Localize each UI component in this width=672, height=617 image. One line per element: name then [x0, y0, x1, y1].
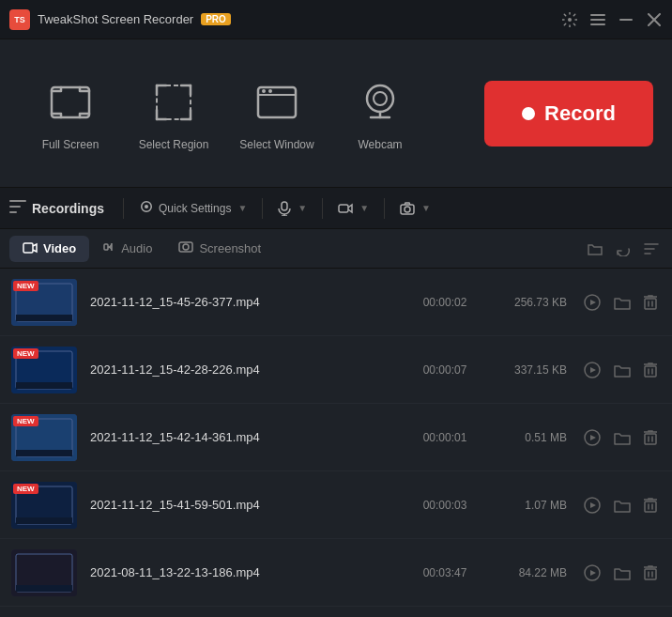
camera-button[interactable]: ▼: [392, 198, 438, 219]
new-badge: NEW: [13, 348, 38, 359]
file-actions: [580, 493, 661, 517]
play-button[interactable]: [580, 425, 604, 450]
svg-rect-74: [645, 501, 656, 512]
file-row[interactable]: NEW2021-11-12_15-45-26-377.mp400:00:0225…: [0, 269, 672, 336]
open-folder-button[interactable]: [610, 562, 634, 584]
file-duration: 00:00:03: [407, 499, 482, 512]
tool-full-screen[interactable]: Full Screen: [19, 63, 122, 164]
select-window-icon: [251, 76, 303, 129]
svg-rect-65: [645, 434, 656, 444]
delete-button[interactable]: [640, 291, 661, 314]
open-folder-button[interactable]: [610, 426, 634, 449]
open-folder-icon[interactable]: [584, 239, 606, 259]
file-row[interactable]: NEW2021-11-12_15-42-14-361.mp400:00:010.…: [0, 404, 672, 471]
file-row[interactable]: NEW2021-11-12_15-42-28-226.mp400:00:0733…: [0, 336, 672, 404]
open-folder-button[interactable]: [610, 291, 634, 314]
app-logo: TS: [9, 9, 30, 30]
camera-chevron: ▼: [421, 203, 431, 213]
file-size: 84.22 MB: [482, 566, 567, 579]
tool-select-window[interactable]: Select Window: [225, 63, 328, 164]
svg-point-19: [262, 89, 266, 93]
mic-button[interactable]: ▼: [270, 197, 314, 220]
tool-webcam[interactable]: Webcam: [328, 63, 432, 164]
file-thumbnail: [11, 549, 77, 596]
play-button[interactable]: [580, 493, 604, 517]
svg-marker-73: [590, 502, 596, 508]
full-screen-icon: [44, 76, 97, 129]
svg-point-34: [405, 207, 410, 212]
tab-video-label: Video: [43, 241, 76, 255]
new-badge: NEW: [13, 416, 38, 426]
menu-icon[interactable]: [589, 11, 606, 28]
svg-rect-29: [282, 202, 287, 210]
svg-marker-46: [590, 300, 596, 305]
refresh-icon[interactable]: [612, 238, 634, 260]
recordings-bar: Recordings Quick Settings ▼ ▼ ▼ ▼: [0, 188, 672, 229]
settings-icon[interactable]: [561, 11, 578, 28]
tabs-bar: Video Audio Screenshot: [0, 229, 672, 269]
file-size: 1.07 MB: [482, 499, 567, 512]
open-folder-button[interactable]: [610, 494, 634, 517]
open-folder-button[interactable]: [610, 359, 634, 381]
record-label: Record: [544, 101, 616, 126]
file-row[interactable]: 2021-08-11_13-14-51-192.mp400:00:156.01 …: [0, 607, 672, 617]
play-button[interactable]: [580, 561, 604, 585]
file-duration: 00:03:47: [407, 566, 482, 579]
delete-button[interactable]: [640, 494, 661, 517]
tab-audio[interactable]: Audio: [89, 235, 165, 262]
file-size: 337.15 KB: [482, 363, 567, 377]
sort-icon[interactable]: [640, 239, 663, 259]
delete-button[interactable]: [640, 426, 661, 449]
svg-rect-62: [16, 450, 72, 456]
record-button[interactable]: Record: [484, 81, 653, 147]
svg-rect-80: [16, 585, 72, 592]
delete-button[interactable]: [640, 359, 661, 381]
delete-button[interactable]: [640, 562, 661, 584]
svg-marker-64: [590, 435, 596, 440]
file-actions: [580, 290, 661, 315]
svg-rect-27: [9, 211, 17, 213]
quick-settings-label: Quick Settings: [159, 202, 231, 215]
svg-rect-53: [16, 382, 72, 389]
svg-rect-36: [104, 244, 108, 250]
webcam-button[interactable]: ▼: [330, 199, 376, 218]
webcam-chevron: ▼: [359, 203, 369, 213]
quick-settings-icon: [139, 199, 154, 217]
svg-rect-1: [590, 14, 605, 16]
file-size: 256.73 KB: [482, 296, 567, 309]
tab-screenshot[interactable]: Screenshot: [165, 235, 274, 262]
separator-2: [262, 198, 263, 219]
separator-4: [384, 198, 385, 219]
file-thumbnail: NEW: [11, 347, 77, 393]
full-screen-label: Full Screen: [42, 138, 99, 151]
play-button[interactable]: [580, 358, 604, 382]
recordings-menu-icon: [9, 200, 26, 217]
svg-point-21: [367, 85, 393, 112]
svg-rect-71: [16, 517, 72, 524]
file-name: 2021-11-12_15-45-26-377.mp4: [90, 295, 407, 309]
audio-tab-icon: [102, 240, 115, 256]
svg-rect-8: [157, 85, 191, 119]
quick-settings-button[interactable]: Quick Settings ▼: [131, 195, 254, 221]
pro-badge: PRO: [201, 13, 231, 25]
play-button[interactable]: [580, 290, 604, 315]
file-row[interactable]: 2021-08-11_13-22-13-186.mp400:03:4784.22…: [0, 539, 672, 607]
file-duration: 00:00:01: [407, 431, 482, 444]
close-button[interactable]: [646, 11, 663, 28]
tab-video[interactable]: Video: [9, 236, 89, 262]
screenshot-tab-icon: [178, 240, 193, 256]
tool-select-region[interactable]: Select Region: [122, 63, 225, 164]
recordings-label: Recordings: [32, 201, 104, 216]
file-actions: [580, 561, 661, 585]
svg-point-20: [268, 89, 272, 93]
tabs-right: [584, 238, 663, 260]
file-actions: [580, 358, 661, 382]
record-dot: [522, 107, 535, 120]
app-title: TweakShot Screen Recorder: [38, 12, 193, 26]
minimize-button[interactable]: [618, 11, 634, 28]
quick-settings-chevron: ▼: [237, 203, 247, 213]
titlebar-controls: [561, 11, 663, 28]
webcam-icon: [354, 76, 406, 129]
toolbar: Full Screen Select Region: [0, 39, 672, 188]
file-row[interactable]: NEW2021-11-12_15-41-59-501.mp400:00:031.…: [0, 471, 672, 539]
